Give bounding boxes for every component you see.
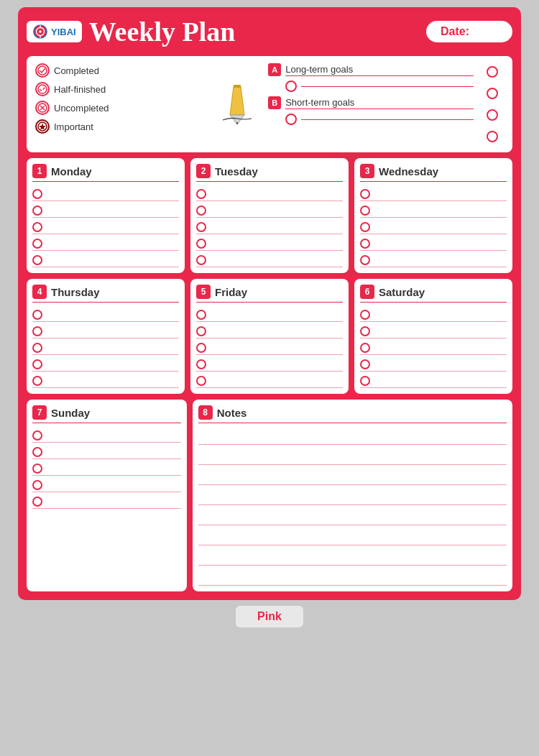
day-name-friday: Friday: [215, 286, 247, 298]
day-name-saturday: Saturday: [379, 286, 425, 298]
notes-line-2[interactable]: [198, 449, 507, 465]
long-term-badge: A: [268, 63, 281, 76]
day-circle: [32, 239, 42, 249]
day-item[interactable]: [196, 237, 343, 251]
day-header-wednesday: 3 Wednesday: [360, 164, 507, 182]
star-circle-icon: [35, 119, 50, 134]
day-item[interactable]: [196, 308, 343, 322]
day-item[interactable]: [32, 237, 179, 251]
day-number-2: 2: [196, 164, 211, 178]
day-item[interactable]: [32, 308, 179, 322]
day-item[interactable]: [32, 446, 181, 459]
notes-line-7[interactable]: [198, 550, 507, 566]
day-item[interactable]: [360, 237, 507, 251]
day-item[interactable]: [360, 325, 507, 338]
notes-line-6[interactable]: [198, 530, 507, 545]
day-circle: [196, 222, 206, 232]
short-term-label: Short-term goals: [285, 97, 474, 109]
day-item[interactable]: [196, 188, 343, 201]
day-header-tuesday: 2 Tuesday: [196, 164, 343, 182]
notes-number: 8: [198, 405, 213, 420]
day-item[interactable]: [32, 254, 179, 267]
day-item[interactable]: [360, 341, 507, 355]
day-item[interactable]: [360, 358, 507, 372]
day-number-4: 4: [32, 285, 47, 299]
day-item[interactable]: [196, 221, 343, 234]
day-item[interactable]: [196, 341, 343, 355]
day-circle: [360, 206, 370, 216]
legend-important-label: Important: [54, 121, 93, 132]
notes-line-3[interactable]: [198, 469, 507, 485]
notes-line-1[interactable]: [198, 429, 507, 445]
day-item[interactable]: [360, 221, 507, 234]
page-title: Weekly Plan: [89, 16, 419, 47]
day-circle: [360, 343, 370, 353]
day-item[interactable]: [196, 374, 343, 388]
day-name-thursday: Thursday: [51, 286, 100, 298]
svg-marker-11: [39, 123, 46, 130]
day-circle: [32, 430, 42, 441]
notes-line-5[interactable]: [198, 510, 507, 525]
day-name-monday: Monday: [51, 165, 92, 178]
day-item[interactable]: [32, 462, 181, 476]
day-item[interactable]: [360, 374, 507, 388]
day-item[interactable]: [32, 188, 179, 201]
day-circle: [196, 343, 206, 353]
page-wrapper: YIBAI Weekly Plan Date: Completed: [0, 0, 539, 756]
day-item[interactable]: [360, 254, 507, 267]
day-circle: [196, 206, 206, 216]
day-item[interactable]: [32, 204, 179, 218]
day-item[interactable]: [32, 221, 179, 234]
right-circle-2: [487, 88, 498, 99]
day-name-tuesday: Tuesday: [215, 165, 258, 178]
day-item[interactable]: [196, 325, 343, 338]
day-item[interactable]: [32, 358, 179, 372]
legend-section: Completed Half-finished: [27, 56, 512, 152]
day-circle: [196, 189, 206, 199]
day-item[interactable]: [196, 254, 343, 267]
day-circle: [360, 189, 370, 199]
notes-line-4[interactable]: [198, 489, 507, 505]
day-name-wednesday: Wednesday: [379, 165, 438, 178]
color-label: Pink: [236, 606, 303, 627]
goal-circle-1: [285, 80, 297, 92]
date-box[interactable]: Date:: [426, 21, 512, 42]
day-number-5: 5: [196, 285, 211, 299]
day-item[interactable]: [32, 374, 179, 388]
long-term-goal-row: A Long-term goals: [268, 63, 474, 76]
day-circle: [32, 480, 42, 490]
day-circle: [32, 376, 42, 386]
pen-icon: [219, 83, 255, 126]
day-header-sunday: 7 Sunday: [32, 405, 181, 423]
goal-sub-line-2: [301, 119, 474, 120]
day-circle: [196, 359, 206, 369]
day-item[interactable]: [32, 429, 181, 443]
svg-marker-12: [230, 86, 244, 115]
day-circle: [360, 359, 370, 369]
short-term-goal-row: B Short-term goals: [268, 96, 474, 109]
day-item[interactable]: [32, 495, 181, 509]
day-card-thursday: 4 Thursday: [27, 279, 185, 394]
day-item[interactable]: [360, 188, 507, 201]
bottom-row: 7 Sunday 8 Notes: [27, 400, 512, 591]
day-circle: [360, 255, 370, 265]
day-item[interactable]: [196, 358, 343, 372]
notes-line-8[interactable]: [198, 570, 507, 586]
svg-rect-14: [234, 85, 241, 88]
day-item[interactable]: [196, 204, 343, 218]
check-circle-icon: [35, 63, 50, 78]
day-circle: [32, 189, 42, 199]
day-item[interactable]: [360, 308, 507, 322]
legend-completed: Completed: [35, 63, 206, 78]
day-item[interactable]: [32, 325, 179, 338]
day-circle: [196, 239, 206, 249]
day-item[interactable]: [360, 204, 507, 218]
day-circle: [32, 447, 42, 457]
day-number-1: 1: [32, 164, 47, 178]
right-circles-col: [481, 63, 504, 145]
day-item[interactable]: [32, 341, 179, 355]
right-circle-3: [487, 109, 498, 121]
goal-sub-line-1: [301, 86, 474, 87]
short-term-badge: B: [268, 96, 281, 109]
day-item[interactable]: [32, 479, 181, 492]
